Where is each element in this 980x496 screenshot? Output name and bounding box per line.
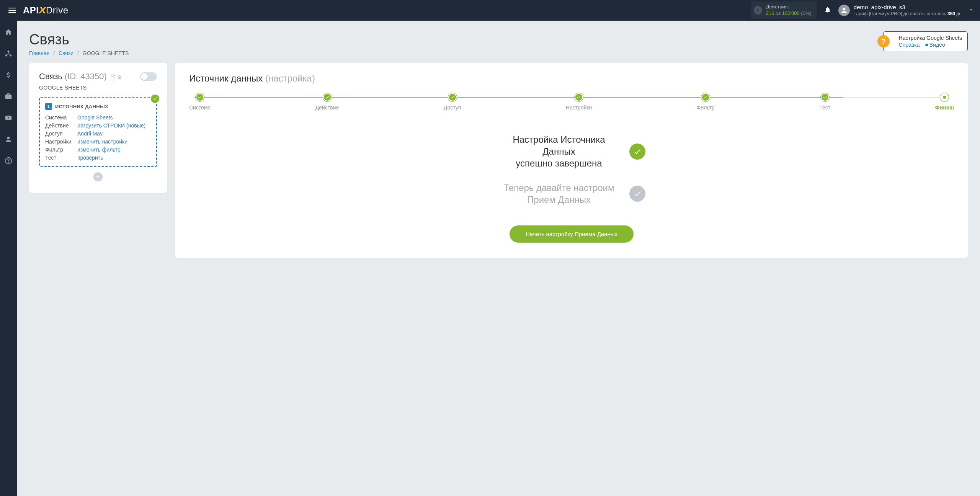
step-access[interactable]: Доступ xyxy=(444,93,461,111)
svg-point-0 xyxy=(843,8,845,10)
sidebar-help[interactable] xyxy=(2,154,15,168)
page-title: Связь xyxy=(29,31,129,48)
info-icon: i xyxy=(754,6,762,15)
status-done: Настройка Источника Данных успешно завер… xyxy=(498,134,620,170)
card-id: (ID: 43350) xyxy=(65,72,107,82)
connection-name: GOOGLE SHEETS xyxy=(39,85,157,91)
connection-toggle[interactable] xyxy=(140,72,157,81)
username: demo_apix-drive_s3 xyxy=(854,3,962,11)
card-title: Связь xyxy=(39,72,62,82)
data-source-box: 1 ИСТОЧНИК ДАННЫХ Система Google Sheets … xyxy=(39,97,157,167)
sidebar xyxy=(0,21,17,496)
pending-check-icon xyxy=(629,186,645,202)
source-title: ИСТОЧНИК ДАННЫХ xyxy=(55,104,108,109)
bell-icon[interactable] xyxy=(824,6,831,15)
sidebar-video[interactable] xyxy=(2,111,15,125)
source-system[interactable]: Google Sheets xyxy=(77,114,151,121)
panel-title: Источник данных (настройка) xyxy=(189,73,954,84)
source-number: 1 xyxy=(45,103,52,110)
breadcrumb: Главная / Связи / GOOGLE SHEETS xyxy=(29,50,129,56)
source-test[interactable]: проверить xyxy=(77,155,151,161)
app-header: APIXDrive i Действия: 216 из 100'000 (0%… xyxy=(0,0,980,21)
logo[interactable]: APIXDrive xyxy=(23,5,69,16)
status-pending: Теперь давайте настроим Прием Данных xyxy=(498,182,620,206)
copy-icon[interactable]: 📄 xyxy=(109,74,116,80)
breadcrumb-links[interactable]: Связи xyxy=(59,50,74,56)
help-reference-link[interactable]: Справка xyxy=(899,42,920,48)
source-action[interactable]: Загрузить СТРОКИ (новые) xyxy=(77,122,151,129)
sidebar-connections[interactable] xyxy=(2,47,15,60)
done-check-icon xyxy=(629,144,645,160)
sidebar-home[interactable] xyxy=(2,25,15,39)
step-settings[interactable]: Настройки xyxy=(566,93,592,111)
source-filter[interactable]: изменить фильтр xyxy=(77,147,151,153)
breadcrumb-home[interactable]: Главная xyxy=(29,50,49,56)
avatar-icon xyxy=(838,5,850,16)
help-icon[interactable]: ? xyxy=(877,35,890,47)
setup-panel: Источник данных (настройка) Система Дейс… xyxy=(175,63,968,258)
actions-counter[interactable]: i Действия: 216 из 100'000 (0%) xyxy=(751,2,817,19)
breadcrumb-current: GOOGLE SHEETS xyxy=(83,50,129,56)
sidebar-briefcase[interactable] xyxy=(2,90,15,103)
check-icon xyxy=(151,95,159,103)
user-menu[interactable]: demo_apix-drive_s3 Тариф |Премиум PRO| д… xyxy=(838,3,974,17)
start-setup-button[interactable]: Начать настройку Приема Данных xyxy=(510,225,634,243)
step-system[interactable]: Система xyxy=(189,93,211,111)
menu-toggle[interactable] xyxy=(6,5,18,15)
help-title: Настройка Google Sheets xyxy=(899,35,962,41)
help-box: ? Настройка Google Sheets Справка ■Видео xyxy=(883,31,968,51)
chevron-down-icon xyxy=(969,7,974,14)
stepper: Система Действие Доступ Настройки xyxy=(189,93,954,111)
gear-icon[interactable]: ⚙ xyxy=(117,74,122,80)
sidebar-billing[interactable] xyxy=(2,68,15,82)
step-test[interactable]: Тест xyxy=(819,93,830,111)
add-button[interactable]: + xyxy=(93,172,103,181)
svg-point-6 xyxy=(8,162,9,163)
source-settings[interactable]: изменить настройки xyxy=(77,139,151,145)
connection-card: Связь (ID: 43350) 📄 ⚙ GOOGLE SHEETS xyxy=(29,63,167,193)
help-video-link[interactable]: ■Видео xyxy=(925,42,945,48)
svg-point-4 xyxy=(7,137,10,139)
step-action[interactable]: Действие xyxy=(315,93,339,111)
step-finish[interactable]: Финиш xyxy=(935,93,954,111)
step-filter[interactable]: Фильтр xyxy=(697,93,715,111)
actions-label: Действия: xyxy=(766,4,812,10)
svg-point-1 xyxy=(8,51,10,52)
source-access[interactable]: Andrii Mav xyxy=(77,131,151,137)
sidebar-profile[interactable] xyxy=(2,132,15,146)
